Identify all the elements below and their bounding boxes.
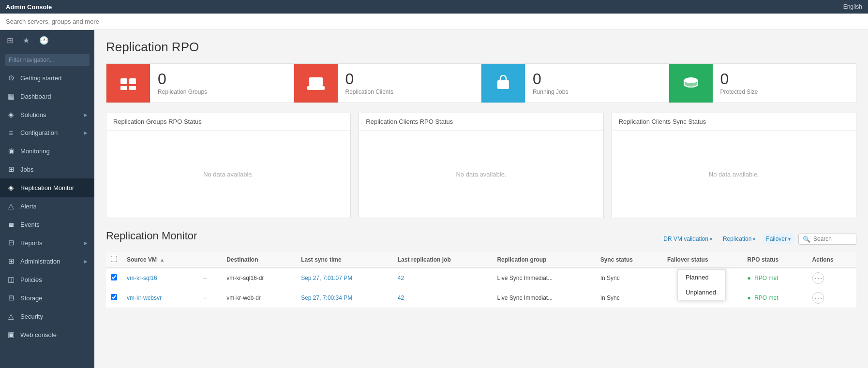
solutions-expand-icon: ▶ xyxy=(84,112,88,118)
row-actions-button[interactable]: ⋯ xyxy=(812,272,824,284)
failover-option-unplanned[interactable]: Unplanned xyxy=(678,285,725,300)
svg-rect-1 xyxy=(129,78,136,84)
failover-option-planned[interactable]: Planned xyxy=(678,270,725,285)
source-vm-link[interactable]: vm-kr-sql16 xyxy=(127,275,157,281)
replication-groups-info: 0 Replication Groups xyxy=(150,66,215,100)
storage-icon: ⊟ xyxy=(7,294,15,302)
protected-size-label: Protected Size xyxy=(720,88,758,95)
sidebar-item-dashboard[interactable]: ▦ Dashboard xyxy=(0,87,94,105)
row-direction-icon: → xyxy=(202,275,208,281)
replication-job-link[interactable]: 42 xyxy=(398,275,404,281)
replication-groups-number: 0 xyxy=(158,71,207,87)
rpo-clients-title: Replication Clients RPO Status xyxy=(359,113,603,131)
search-icon: 🔍 xyxy=(803,236,810,243)
language-selector[interactable]: English xyxy=(843,3,862,10)
sidebar-item-label: Replication Monitor xyxy=(20,184,88,191)
row-arrow: → xyxy=(197,288,222,308)
source-vm-link[interactable]: vm-kr-websvr xyxy=(127,294,162,301)
sidebar-item-storage[interactable]: ⊟ Storage xyxy=(0,289,94,307)
replication-monitor-table: Source VM ▲DestinationLast sync timeLast… xyxy=(106,252,856,308)
th-sync-status: Sync status xyxy=(596,252,662,268)
sidebar-item-jobs[interactable]: ⊞ Jobs xyxy=(0,160,94,178)
sidebar-item-web-console[interactable]: ▣ Web console xyxy=(0,325,94,344)
sidebar-filter-input[interactable] xyxy=(5,54,90,66)
th-failover-status: Failover status xyxy=(662,252,743,268)
sidebar-item-alerts[interactable]: △ Alerts xyxy=(0,197,94,215)
row-checkbox[interactable] xyxy=(111,294,117,300)
sidebar-item-monitoring[interactable]: ◉ Monitoring xyxy=(0,142,94,160)
row-direction-icon: → xyxy=(202,294,208,301)
star-icon[interactable]: ★ xyxy=(21,34,31,47)
monitor-search-input[interactable] xyxy=(813,236,852,242)
svg-rect-2 xyxy=(120,86,127,90)
stat-card-protected-size: 0 Protected Size xyxy=(669,64,856,103)
sidebar-item-label: Getting started xyxy=(20,74,88,82)
page-title: Replication RPO xyxy=(106,40,856,55)
svg-rect-6 xyxy=(313,86,319,88)
global-search-input[interactable] xyxy=(6,18,151,25)
grid-icon[interactable]: ⊞ xyxy=(5,34,15,47)
sidebar-item-configuration[interactable]: ≡ Configuration ▶ xyxy=(0,124,94,142)
sidebar-item-security[interactable]: △ Security xyxy=(0,307,94,325)
row-checkbox-cell xyxy=(106,268,122,288)
sidebar-item-administration[interactable]: ⊞ Administration ▶ xyxy=(0,252,94,270)
replication-monitor-icon: ◈ xyxy=(7,183,15,192)
getting-started-icon: ⊙ xyxy=(7,74,15,82)
sidebar-item-label: Solutions xyxy=(20,111,79,118)
running-jobs-label: Running Jobs xyxy=(533,88,568,95)
row-checkbox[interactable] xyxy=(111,274,117,280)
row-sync-status: In Sync xyxy=(596,268,662,288)
th-checkbox xyxy=(106,252,122,268)
rpo-status-dot: ● xyxy=(748,294,751,301)
row-last-sync-time: Sep 27, 7:01:07 PM xyxy=(296,268,393,288)
sidebar-item-getting-started[interactable]: ⊙ Getting started xyxy=(0,69,94,87)
top-search-bar xyxy=(0,14,868,30)
sidebar-item-label: Configuration xyxy=(20,129,79,136)
monitor-section-title: Replication Monitor xyxy=(106,230,197,242)
web-console-icon: ▣ xyxy=(7,330,15,339)
policies-icon: ◫ xyxy=(7,275,15,284)
rpo-groups-body: No data available. xyxy=(106,131,350,218)
monitor-search-box: 🔍 xyxy=(798,234,856,245)
row-source-vm: vm-kr-sql16 xyxy=(122,268,197,288)
administration-expand-icon: ▶ xyxy=(84,259,88,264)
th-replication-group: Replication group xyxy=(492,252,595,268)
stat-card-replication-groups: 0 Replication Groups xyxy=(106,64,294,103)
svg-rect-3 xyxy=(129,86,136,90)
sidebar-item-label: Policies xyxy=(20,276,88,283)
protected-size-number: 0 xyxy=(720,71,758,87)
status-panel-rpo-clients: Replication Clients RPO Status No data a… xyxy=(359,113,603,218)
sync-time-link[interactable]: Sep 27, 7:01:07 PM xyxy=(301,275,352,281)
replication-job-link[interactable]: 42 xyxy=(398,294,404,301)
replication-groups-icon xyxy=(106,64,150,103)
monitor-filters: DR VM validation ▾ Replication ▾ Failove… xyxy=(660,234,856,245)
alerts-icon: △ xyxy=(7,202,15,210)
configuration-expand-icon: ▶ xyxy=(84,130,88,135)
sidebar-item-policies[interactable]: ◫ Policies xyxy=(0,270,94,289)
dashboard-icon: ▦ xyxy=(7,92,15,101)
replication-filter[interactable]: Replication ▾ xyxy=(720,234,758,244)
row-rpo-status: ● RPO met xyxy=(743,268,808,288)
row-source-vm: vm-kr-websvr xyxy=(122,288,197,308)
configuration-icon: ≡ xyxy=(7,129,15,137)
history-icon[interactable]: 🕐 xyxy=(37,34,51,47)
sidebar-item-replication-monitor[interactable]: ◈ Replication Monitor xyxy=(0,178,94,197)
failover-dropdown: PlannedUnplanned xyxy=(677,269,726,300)
th-actions: Actions xyxy=(808,252,856,268)
failover-filter[interactable]: Failover ▾ xyxy=(763,234,793,244)
row-actions-button[interactable]: ⋯ xyxy=(812,292,824,304)
running-jobs-info: 0 Running Jobs xyxy=(525,66,576,100)
dr-vm-validation-filter[interactable]: DR VM validation ▾ xyxy=(660,234,715,244)
running-jobs-number: 0 xyxy=(533,71,568,87)
sidebar-item-reports[interactable]: ⊟ Reports ▶ xyxy=(0,234,94,252)
rpo-status-label: RPO met xyxy=(754,294,778,301)
sidebar-item-solutions[interactable]: ◈ Solutions ▶ xyxy=(0,105,94,124)
table-row: vm-kr-websvr → vm-kr-web-dr Sep 27, 7:00… xyxy=(106,288,856,308)
events-icon: ≣ xyxy=(7,220,15,229)
select-all-checkbox[interactable] xyxy=(111,256,117,262)
monitoring-icon: ◉ xyxy=(7,147,15,155)
sync-time-link[interactable]: Sep 27, 7:00:34 PM xyxy=(301,294,352,301)
sidebar-item-events[interactable]: ≣ Events xyxy=(0,215,94,234)
th-source-vm[interactable]: Source VM ▲ xyxy=(122,252,197,268)
sidebar-item-label: Security xyxy=(20,313,88,320)
